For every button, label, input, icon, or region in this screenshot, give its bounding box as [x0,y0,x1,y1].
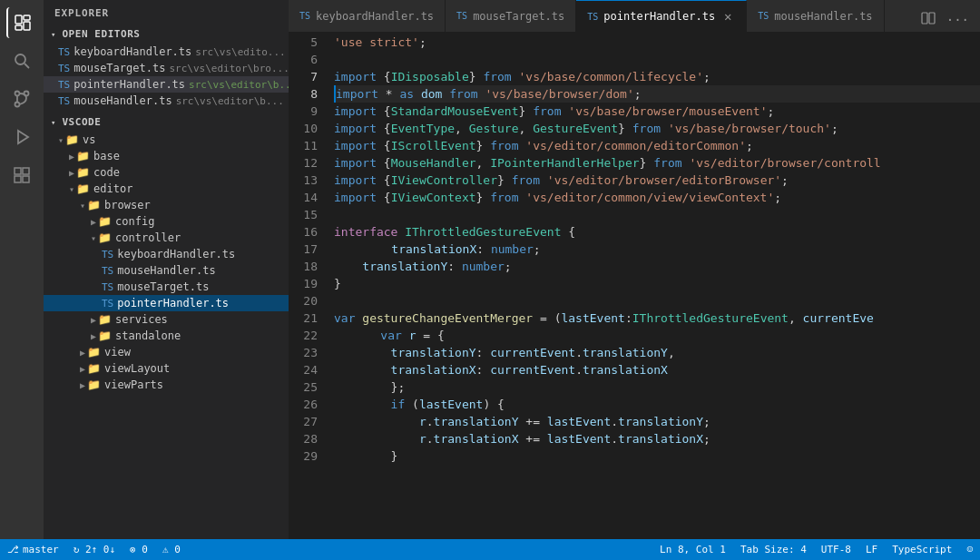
tree-keyboardHandler-file[interactable]: TS keyboardHandler.ts [44,246,289,262]
extensions-activity-icon[interactable] [6,160,37,191]
code-line-20 [334,292,980,309]
file-name: pointerHandler.ts [117,297,229,309]
git-sync-status[interactable]: ↻ 2↑ 0↓ [66,539,122,560]
open-editor-mouseTarget[interactable]: TS mouseTarget.ts src\vs\editor\bro... [44,60,289,76]
vscode-section[interactable]: ▾ VSCODE [44,113,289,132]
line-num-16: 16 [289,223,318,241]
file-icon: TS [102,298,113,309]
tree-vs-folder[interactable]: ▾ 📁 vs [44,132,289,148]
file-name: mouseTarget.ts [74,62,165,74]
open-editor-keyboardHandler[interactable]: TS keyboardHandler.ts src\vs\edito... [44,44,289,60]
file-name: pointerHandler.ts [74,78,185,91]
tab-mouseHandler[interactable]: TS mouseHandler.ts [747,0,884,32]
vscode-label: VSCODE [62,116,101,128]
code-line-11: import {IScrollEvent} from 'vs/editor/co… [334,137,980,154]
tree-standalone-folder[interactable]: ▶ 📁 standalone [44,328,289,344]
warnings-status[interactable]: ⚠ 0 [155,539,188,560]
code-line-27: r.translationY += lastEvent.translationY… [334,413,980,430]
code-line-10: import {EventType, Gesture, GestureEvent… [334,120,980,137]
tree-viewLayout-folder[interactable]: ▶ 📁 viewLayout [44,360,289,377]
arrow-icon: ▾ [80,201,85,211]
tree-controller-folder[interactable]: ▾ 📁 controller [44,230,289,246]
folder-icon: 📁 [98,231,112,244]
folder-name: viewLayout [104,362,170,375]
folder-name: browser [104,199,151,211]
open-editors-section[interactable]: ▾ OPEN EDITORS [44,25,289,44]
code-line-15 [334,206,980,223]
debug-activity-icon[interactable] [6,122,37,152]
encoding-label: UTF-8 [821,544,851,555]
tree-browser-folder[interactable]: ▾ 📁 browser [44,197,289,213]
svg-rect-2 [24,22,30,30]
arrow-icon: ▶ [80,364,85,374]
explorer-icon[interactable] [6,7,37,38]
tab-size-label: Tab Size: 4 [740,544,807,555]
line-num-10: 10 [289,120,318,137]
folder-name: vs [83,133,95,146]
file-name: keyboardHandler.ts [117,248,235,260]
errors-status[interactable]: ⊗ 0 [122,539,155,560]
tab-pointerHandler[interactable]: TS pointerHandler.ts ✕ [576,0,747,32]
activity-bar [0,0,44,539]
split-editor-button[interactable] [917,7,939,32]
ts-icon: TS [58,79,70,91]
main-layout: EXPLORER ▾ OPEN EDITORS TS keyboardHandl… [44,0,980,539]
code-editor[interactable]: 'use strict'; import {IDisposable} from … [325,32,980,539]
line-num-11: 11 [289,137,318,154]
tree-editor-folder[interactable]: ▾ 📁 editor [44,181,289,197]
tab-label: keyboardHandler.ts [316,10,434,23]
vscode-arrow: ▾ [51,118,55,127]
tab-mouseTarget[interactable]: TS mouseTarget.ts [446,0,576,32]
arrow-icon: ▶ [69,168,74,178]
language-status[interactable]: TypeScript [885,539,959,560]
source-control-activity-icon[interactable] [6,84,37,114]
open-editor-pointerHandler[interactable]: TS pointerHandler.ts src\vs\editor\b... [44,76,289,93]
tree-config-folder[interactable]: ▶ 📁 config [44,213,289,230]
tab-size-status[interactable]: Tab Size: 4 [733,539,814,560]
tree-code-folder[interactable]: ▶ 📁 code [44,164,289,181]
smiley-status[interactable]: ☺ [959,539,980,560]
line-ending-status[interactable]: LF [858,539,885,560]
tab-close-button[interactable]: ✕ [720,9,735,24]
tree-mouseTarget-file[interactable]: TS mouseTarget.ts [44,279,289,295]
cursor-position-status[interactable]: Ln 8, Col 1 [652,539,733,560]
folder-name: editor [93,182,132,195]
tree-view-folder[interactable]: ▶ 📁 view [44,344,289,360]
svg-point-4 [15,54,25,64]
code-line-25: }; [334,378,980,396]
arrow-icon: ▾ [58,135,64,145]
folder-icon: 📁 [98,313,112,326]
search-activity-icon[interactable] [6,45,37,76]
code-line-13: import {IViewController} from 'vs/editor… [334,172,980,189]
tree-services-folder[interactable]: ▶ 📁 services [44,311,289,328]
more-actions-button[interactable]: ··· [943,9,973,31]
sidebar: EXPLORER ▾ OPEN EDITORS TS keyboardHandl… [44,0,289,539]
tree-pointerHandler-file[interactable]: TS pointerHandler.ts [44,295,289,311]
encoding-status[interactable]: UTF-8 [814,539,858,560]
tree-mouseHandler-file[interactable]: TS mouseHandler.ts [44,262,289,279]
editor-area: TS keyboardHandler.ts TS mouseTarget.ts … [289,0,980,539]
git-branch-status[interactable]: ⎇ master [0,539,66,560]
svg-point-6 [15,92,20,96]
line-num-29: 29 [289,447,318,465]
code-line-21: var gestureChangeEventMerger = (lastEven… [334,309,980,327]
tree-viewParts-folder[interactable]: ▶ 📁 viewParts [44,377,289,393]
line-num-25: 25 [289,378,318,396]
ts-icon: TS [58,46,70,58]
code-line-9: import {StandardMouseEvent} from 'vs/bas… [334,103,980,120]
tree-base-folder[interactable]: ▶ 📁 base [44,148,289,164]
code-line-12: import {MouseHandler, IPointerHandlerHel… [334,154,980,172]
svg-rect-0 [15,15,22,24]
folder-icon: 📁 [76,150,90,162]
status-right: Ln 8, Col 1 Tab Size: 4 UTF-8 LF TypeScr… [652,539,980,560]
folder-icon: 📁 [65,133,79,146]
file-name: keyboardHandler.ts [74,45,191,58]
file-path: src\vs\editor\bro... [169,63,289,74]
tab-actions: ··· [917,7,980,32]
tab-icon: TS [299,11,310,21]
code-line-19: } [334,275,980,292]
tab-keyboardHandler[interactable]: TS keyboardHandler.ts [289,0,446,32]
open-editor-mouseHandler[interactable]: TS mouseHandler.ts src\vs\editor\b... [44,93,289,109]
line-num-21: 21 [289,309,318,327]
tabs-bar: TS keyboardHandler.ts TS mouseTarget.ts … [289,0,980,32]
